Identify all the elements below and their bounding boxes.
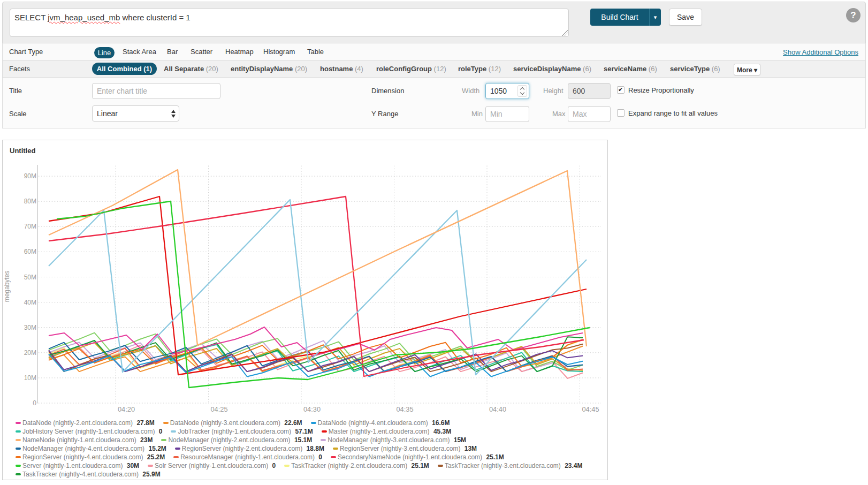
svg-text:70M: 70M	[24, 223, 36, 230]
svg-text:megabytes: megabytes	[3, 271, 11, 302]
svg-text:04:35: 04:35	[397, 405, 414, 413]
svg-text:30M: 30M	[24, 324, 36, 331]
svg-text:40M: 40M	[24, 299, 36, 306]
svg-text:04:30: 04:30	[303, 405, 321, 413]
svg-text:50M: 50M	[24, 274, 36, 281]
svg-text:80M: 80M	[24, 198, 36, 205]
svg-text:20M: 20M	[24, 349, 36, 357]
svg-text:0: 0	[33, 399, 36, 407]
svg-text:04:40: 04:40	[489, 405, 506, 413]
svg-text:90M: 90M	[24, 172, 36, 180]
svg-text:04:25: 04:25	[211, 405, 228, 413]
svg-text:60M: 60M	[24, 248, 36, 255]
svg-text:04:20: 04:20	[118, 405, 135, 413]
svg-text:10M: 10M	[24, 374, 36, 382]
svg-text:04:45: 04:45	[582, 405, 599, 413]
